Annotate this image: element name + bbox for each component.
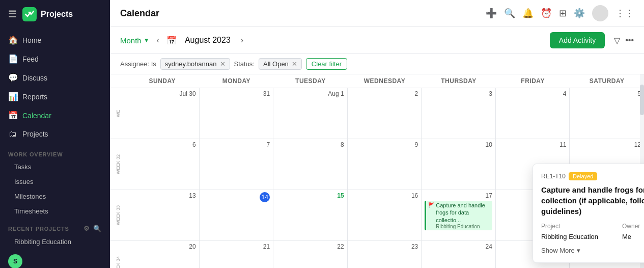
cal-day-10[interactable]: 10 bbox=[422, 139, 496, 190]
menu-icon[interactable]: ☰ bbox=[8, 9, 16, 20]
cal-day-22[interactable]: 22 bbox=[273, 241, 348, 268]
week-label-1: WE bbox=[110, 88, 125, 139]
header-wednesday: WEDNESDAY bbox=[348, 74, 422, 88]
work-overview-section: WORK OVERVIEW bbox=[0, 145, 110, 159]
sidebar-item-label: Discuss bbox=[22, 74, 47, 82]
prev-month-button[interactable]: ‹ bbox=[155, 34, 161, 47]
sidebar-item-timesheets[interactable]: Timesheets bbox=[0, 204, 110, 219]
work-overview-label: WORK OVERVIEW bbox=[8, 151, 63, 157]
event-flag-icon: 🚩 bbox=[428, 202, 434, 208]
app-name: Projects bbox=[41, 10, 73, 19]
popup-project-value: Ribbiting Education bbox=[541, 233, 616, 240]
show-more-label: Show More bbox=[541, 247, 575, 254]
topbar: Calendar ➕ 🔍 🔔 ⏰ ⊞ ⚙️ ⋮⋮ bbox=[110, 0, 644, 27]
clock-icon[interactable]: ⏰ bbox=[541, 8, 552, 19]
sidebar-item-reports[interactable]: 📊 Reports bbox=[0, 87, 110, 106]
remove-assignee-icon[interactable]: ✕ bbox=[220, 60, 226, 68]
cal-day-3[interactable]: 3 bbox=[422, 88, 496, 139]
cal-day-21[interactable]: 21 bbox=[200, 241, 274, 268]
feed-icon: 📄 bbox=[8, 54, 17, 64]
status-chip[interactable]: All Open ✕ bbox=[259, 58, 302, 70]
chevron-down-icon: ▾ bbox=[577, 247, 580, 254]
sidebar-item-home[interactable]: 🏠 Home bbox=[0, 31, 110, 49]
header-monday: MONDAY bbox=[200, 74, 274, 88]
cal-day-20[interactable]: 20 bbox=[125, 241, 200, 268]
cal-day-16[interactable]: 16 bbox=[348, 190, 422, 240]
cal-day-7[interactable]: 7 bbox=[200, 139, 274, 190]
cal-day-14[interactable]: 14 bbox=[200, 190, 274, 240]
cal-day-8[interactable]: 8 bbox=[273, 139, 348, 190]
sidebar-item-discuss[interactable]: 💬 Discuss bbox=[0, 68, 110, 87]
calendar-week-1: WE Jul 30 31 Aug 1 2 3 4 5 bbox=[110, 88, 644, 139]
user-avatar-topbar bbox=[592, 5, 608, 21]
cal-day-15[interactable]: 15 bbox=[273, 190, 348, 240]
cal-day-31[interactable]: 31 bbox=[200, 88, 274, 139]
cal-day-24[interactable]: 24 bbox=[422, 241, 496, 268]
header-sunday: SUNDAY bbox=[125, 74, 200, 88]
sidebar-item-calendar[interactable]: 📅 Calendar bbox=[0, 106, 110, 125]
cal-day-5[interactable]: 5 bbox=[570, 88, 644, 139]
scroll-thumb bbox=[640, 85, 644, 115]
main-content: Calendar ➕ 🔍 🔔 ⏰ ⊞ ⚙️ ⋮⋮ Month ▼ ‹ 📅 Aug… bbox=[110, 0, 644, 268]
header-thursday: THURSDAY bbox=[422, 74, 496, 88]
grid-icon[interactable]: ⊞ bbox=[559, 8, 567, 19]
chevron-down-icon: ▼ bbox=[144, 37, 150, 44]
apps-icon[interactable]: ⋮⋮ bbox=[615, 8, 634, 19]
sidebar: ☰ Projects 🏠 Home 📄 Feed 💬 Discuss 📊 Rep… bbox=[0, 0, 110, 268]
sidebar-item-milestones[interactable]: Milestones bbox=[0, 189, 110, 204]
cal-day-6[interactable]: 6 bbox=[125, 139, 200, 190]
header-saturday: SATURDAY bbox=[570, 74, 644, 88]
month-view-button[interactable]: Month ▼ bbox=[120, 36, 150, 45]
cal-day-jul30[interactable]: Jul 30 bbox=[125, 88, 200, 139]
cal-day-4[interactable]: 4 bbox=[496, 88, 570, 139]
cal-day-aug1[interactable]: Aug 1 bbox=[273, 88, 348, 139]
user-avatar: S bbox=[8, 254, 22, 268]
event-card-frog[interactable]: 🚩 Capture and handle frogs for data coll… bbox=[425, 201, 492, 230]
clear-filter-button[interactable]: Clear filter bbox=[306, 58, 347, 70]
bell-icon[interactable]: 🔔 bbox=[522, 8, 534, 19]
sidebar-item-feed[interactable]: 📄 Feed bbox=[0, 49, 110, 68]
cal-day-2[interactable]: 2 bbox=[348, 88, 422, 139]
month-label: Month bbox=[120, 36, 142, 45]
add-activity-button[interactable]: Add Activity bbox=[550, 32, 605, 48]
search-small-icon[interactable]: 🔍 bbox=[93, 225, 102, 232]
filter-icon[interactable]: ▽ bbox=[614, 36, 620, 45]
sidebar-item-issues[interactable]: Issues bbox=[0, 174, 110, 189]
settings-icon[interactable]: ⚙️ bbox=[574, 8, 585, 19]
sidebar-item-label: Projects bbox=[22, 130, 48, 138]
add-icon[interactable]: ➕ bbox=[486, 8, 497, 19]
topbar-icons: ➕ 🔍 🔔 ⏰ ⊞ ⚙️ ⋮⋮ bbox=[486, 5, 634, 21]
cal-day-23[interactable]: 23 bbox=[348, 241, 422, 268]
recent-projects-label: RECENT PROJECTS bbox=[8, 226, 69, 232]
assignee-chip[interactable]: sydney.bohannan ✕ bbox=[160, 58, 230, 70]
sidebar-item-tasks[interactable]: Tasks bbox=[0, 159, 110, 174]
discuss-icon: 💬 bbox=[8, 73, 17, 83]
header-tuesday: TUESDAY bbox=[273, 74, 348, 88]
cal-day-17[interactable]: 17 🚩 Capture and handle frogs for data c… bbox=[422, 190, 496, 240]
popup-tag: RE1-T10 Delayed bbox=[541, 172, 644, 180]
show-more-button[interactable]: Show More ▾ bbox=[541, 247, 644, 254]
more-options-icon[interactable]: ••• bbox=[625, 36, 634, 45]
current-month-year: August 2023 bbox=[185, 36, 231, 45]
popup-owner-value: Me bbox=[622, 233, 644, 240]
popup-project-label: Project bbox=[541, 223, 616, 230]
week-label-33: WEEK 33 bbox=[110, 190, 125, 240]
sidebar-item-label: Calendar bbox=[22, 112, 51, 120]
calendar-grid-container: SUNDAY MONDAY TUESDAY WEDNESDAY THURSDAY… bbox=[110, 74, 644, 268]
sidebar-header: ☰ Projects bbox=[0, 0, 110, 29]
remove-status-icon[interactable]: ✕ bbox=[292, 60, 297, 68]
sidebar-item-ribbiting-education[interactable]: Ribbiting Education bbox=[0, 234, 110, 249]
search-icon[interactable]: 🔍 bbox=[504, 8, 515, 19]
event-popup: RE1-T10 Delayed Capture and handle frogs… bbox=[533, 164, 644, 263]
projects-icon: 🗂 bbox=[8, 129, 17, 139]
home-icon: 🏠 bbox=[8, 35, 17, 45]
next-month-button[interactable]: › bbox=[239, 34, 245, 47]
sidebar-item-projects[interactable]: 🗂 Projects bbox=[0, 125, 110, 143]
filter-small-icon[interactable]: ⚙ bbox=[83, 225, 90, 232]
popup-title: Capture and handle frogs for data collec… bbox=[541, 184, 644, 217]
popup-status-badge: Delayed bbox=[569, 172, 597, 180]
page-title: Calendar bbox=[120, 8, 481, 19]
cal-day-9[interactable]: 9 bbox=[348, 139, 422, 190]
recent-projects-section: RECENT PROJECTS ⚙ 🔍 bbox=[0, 219, 110, 234]
cal-day-13[interactable]: 13 bbox=[125, 190, 200, 240]
